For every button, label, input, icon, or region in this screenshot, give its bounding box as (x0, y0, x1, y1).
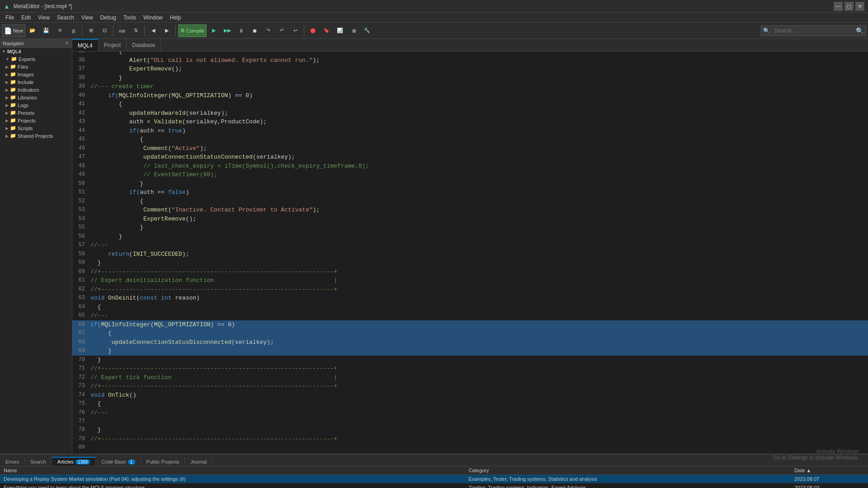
print-button[interactable]: 🖨 (67, 24, 80, 37)
tab-search[interactable]: Search (25, 458, 52, 466)
close-button[interactable]: ✕ (855, 2, 864, 11)
code-line-65[interactable]: 65//--- (72, 311, 868, 320)
nav-item-projects[interactable]: ▶ 📁 Projects (4, 117, 72, 124)
code-line-64[interactable]: 64 { (72, 303, 868, 312)
code-line-51[interactable]: 51 if(auth == false) (72, 188, 868, 197)
menu-debug[interactable]: Debug (97, 14, 120, 22)
minimize-button[interactable]: — (834, 2, 843, 11)
open-button[interactable]: 📂 (26, 24, 39, 37)
back-button[interactable]: ◀ (147, 24, 160, 37)
close-file-button[interactable]: ✕ (53, 24, 66, 37)
maximize-button[interactable]: ◻ (844, 2, 854, 11)
stop-button[interactable]: ⏹ (248, 24, 261, 37)
code-line-55[interactable]: 55 } (72, 223, 868, 232)
code-line-50[interactable]: 50 } (72, 179, 868, 188)
code-line-48[interactable]: 48 // last_check_expiry = iTime(Symbol()… (72, 162, 868, 171)
nav-item-libraries[interactable]: ▶ 📁 Libraries (4, 94, 72, 101)
code-line-74[interactable]: 74void OnTick() (72, 391, 868, 400)
pause-button[interactable]: ⏸ (235, 24, 247, 37)
extra-button[interactable]: 🔧 (361, 24, 373, 37)
editor-tab-database[interactable]: Database (127, 39, 161, 51)
code-line-72[interactable]: 72// Expert tick function | (72, 373, 868, 382)
save-button[interactable]: 💾 (40, 24, 52, 37)
menu-view2[interactable]: View (78, 14, 97, 22)
code-line-71[interactable]: 71//+-----------------------------------… (72, 364, 868, 373)
code-line-52[interactable]: 52 { (72, 197, 868, 206)
menu-edit[interactable]: Edit (18, 14, 34, 22)
code-line-43[interactable]: 43 auth = Validate(serialkey,ProductCode… (72, 117, 868, 127)
code-line-53[interactable]: 53 Comment("Inactive. Contact Provider t… (72, 206, 868, 215)
code-line-41[interactable]: 41 { (72, 100, 868, 109)
nav-item-images[interactable]: ▶ 📁 Images (4, 70, 72, 78)
menu-file[interactable]: File (2, 14, 18, 22)
navigator-close-button[interactable]: ✕ (65, 40, 69, 46)
nav-item-presets[interactable]: ▶ 📁 Presets (4, 109, 72, 117)
nav-item-indicators[interactable]: ▶ 📁 Indicators (4, 86, 72, 94)
chart-button[interactable]: 📊 (334, 24, 346, 37)
code-line-42[interactable]: 42 updateHardwareId(serialkey); (72, 109, 868, 118)
menu-view[interactable]: View (34, 14, 53, 22)
menu-help[interactable]: Help (166, 14, 185, 22)
nav-item-include[interactable]: ▶ 📁 Include (4, 78, 72, 86)
code-line-39[interactable]: 39//--- create timer (72, 82, 868, 91)
code-line-68[interactable]: 68 updateConnectionStatusDisconnected(se… (72, 338, 868, 347)
toggle-view-button[interactable]: ⊞ (85, 24, 97, 37)
run-button[interactable]: ▶ (208, 24, 220, 37)
code-line-62[interactable]: 62//+-----------------------------------… (72, 285, 868, 294)
nav-item-logs[interactable]: ▶ 📁 Logs (4, 101, 72, 109)
code-line-56[interactable]: 56 } (72, 232, 868, 241)
new-button[interactable]: 📄 New (2, 24, 25, 37)
code-line-60[interactable]: 60//+-----------------------------------… (72, 267, 868, 277)
editor-tab-project[interactable]: Project (99, 39, 127, 51)
toolbar-search-button[interactable]: 🔍 (853, 24, 866, 37)
compile-button[interactable]: ⚙ Compile (178, 24, 207, 37)
step-in-button[interactable]: ↷ (262, 24, 274, 37)
code-line-58[interactable]: 58 return(INIT_SUCCEEDED); (72, 250, 868, 259)
tab-public-projects[interactable]: Public Projects (141, 458, 185, 466)
code-line-79[interactable]: 79//+-----------------------------------… (72, 435, 868, 444)
code-line-36[interactable]: 36 Alert("DLL call is not allowed. Exper… (72, 56, 868, 65)
run2-button[interactable]: ▶▶ (221, 24, 234, 37)
code-line-38[interactable]: 38 } (72, 74, 868, 83)
code-line-47[interactable]: 47 updateConnectionStatusConnected(seria… (72, 153, 868, 162)
code-line-40[interactable]: 40 if(MQLInfoInteger(MQL_OPTIMIZATION) =… (72, 91, 868, 100)
menu-tools[interactable]: Tools (120, 14, 140, 22)
code-line-37[interactable]: 37 ExpertRemove(); (72, 65, 868, 74)
terminal-button[interactable]: 🖥 (347, 24, 360, 37)
bookmark-button[interactable]: 🔖 (320, 24, 333, 37)
nav-item-files[interactable]: ▶ 📁 Files (4, 63, 72, 70)
nav-item-experts[interactable]: ▼ 📁 Experts (4, 55, 72, 63)
nav-item-shared-projects[interactable]: ▶ 📁 Shared Projects (4, 132, 72, 140)
forward-button[interactable]: ▶ (160, 24, 173, 37)
step-out-button[interactable]: ↶ (275, 24, 288, 37)
editor-tab-mql4[interactable]: MQL4 (72, 39, 99, 51)
sort-button[interactable]: ⇅ (129, 24, 142, 37)
table-row[interactable]: Everything you need to learn about the M… (0, 483, 868, 488)
code-line-54[interactable]: 54 ExpertRemove(); (72, 215, 868, 224)
menu-window[interactable]: Window (140, 14, 166, 22)
code-line-70[interactable]: 70 } (72, 356, 868, 365)
tab-articles[interactable]: Articles 1369 (52, 457, 96, 466)
code-line-75[interactable]: 75 { (72, 399, 868, 408)
step-over-button[interactable]: ↩ (289, 24, 302, 37)
nav-item-scripts[interactable]: ▶ 📁 Scripts (4, 124, 72, 132)
code-line-49[interactable]: 49 // EventSetTimer(60); (72, 170, 868, 179)
code-line-44[interactable]: 44 if(auth == true) (72, 127, 868, 136)
code-line-80[interactable]: 80 (72, 443, 868, 452)
tab-codebase[interactable]: Code Base 1 (96, 458, 141, 466)
code-line-77[interactable]: 77 (72, 417, 868, 426)
code-line-57[interactable]: 57//--- (72, 241, 868, 250)
var-button[interactable]: var (116, 24, 128, 37)
toolbar-search-input[interactable] (772, 28, 853, 34)
code-line-69[interactable]: 69 } (72, 347, 868, 356)
code-line-63[interactable]: 63void OnDeinit(const int reason) (72, 294, 868, 303)
code-line-61[interactable]: 61// Expert deinitialization function | (72, 276, 868, 285)
code-line-76[interactable]: 76//--- (72, 408, 868, 418)
code-line-46[interactable]: 46 Comment("Active"); (72, 144, 868, 153)
toggle-view2-button[interactable]: ⊡ (98, 24, 111, 37)
code-line-73[interactable]: 73//+-----------------------------------… (72, 382, 868, 391)
nav-item-mql4[interactable]: ▼ MQL4 (0, 48, 72, 55)
code-editor[interactable]: 35 {36 Alert("DLL call is not allowed. E… (72, 52, 868, 454)
tab-journal[interactable]: Journal (185, 458, 212, 466)
code-line-35[interactable]: 35 { (72, 52, 868, 56)
